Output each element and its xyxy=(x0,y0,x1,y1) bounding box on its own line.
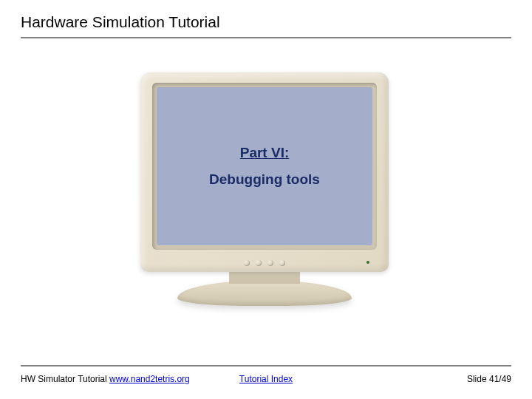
footer-left-text: HW Simulator Tutorial xyxy=(21,374,109,384)
subtitle: Debugging tools xyxy=(209,171,320,188)
knob-icon xyxy=(244,260,250,266)
title-divider xyxy=(21,37,511,38)
slide: Hardware Simulation Tutorial Part VI: De… xyxy=(0,0,532,399)
screen-bezel: Part VI: Debugging tools xyxy=(152,83,377,250)
footer-divider xyxy=(21,365,511,366)
knob-icon xyxy=(279,260,285,266)
tutorial-index-link[interactable]: Tutorial Index xyxy=(239,374,293,384)
part-label: Part VI: xyxy=(240,145,290,161)
footer-left: HW Simulator Tutorial www.nand2tetris.or… xyxy=(21,374,190,384)
page-title: Hardware Simulation Tutorial xyxy=(21,13,511,35)
footer-right: Slide 41/49 xyxy=(467,374,511,384)
monitor-body: Part VI: Debugging tools xyxy=(140,72,389,272)
header: Hardware Simulation Tutorial xyxy=(21,13,511,38)
power-led-icon xyxy=(366,261,369,264)
knob-icon xyxy=(256,260,262,266)
monitor-base xyxy=(177,281,352,306)
screen: Part VI: Debugging tools xyxy=(157,87,372,245)
footer-site-link[interactable]: www.nand2tetris.org xyxy=(109,374,190,384)
monitor-illustration: Part VI: Debugging tools xyxy=(140,72,389,316)
knob-icon xyxy=(267,260,273,266)
monitor-controls xyxy=(140,260,389,266)
footer: HW Simulator Tutorial www.nand2tetris.or… xyxy=(21,374,511,384)
